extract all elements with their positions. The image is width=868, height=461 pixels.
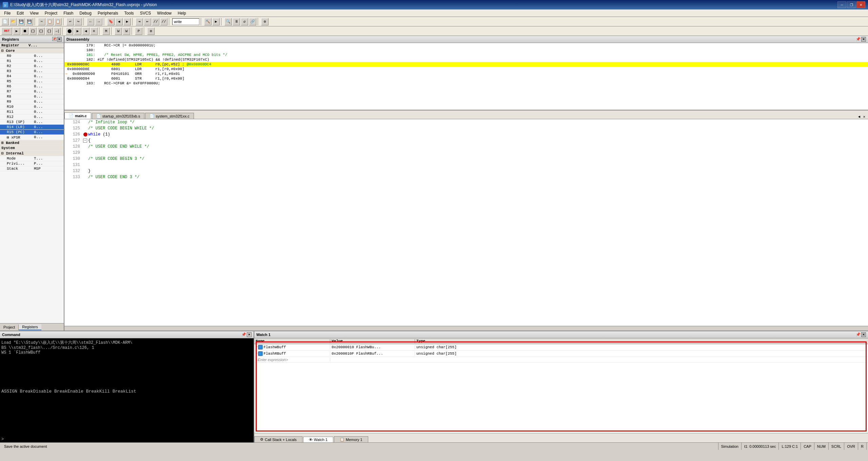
flashwbuff-icon: 🔷 xyxy=(258,345,263,350)
expand-127[interactable]: − xyxy=(83,139,87,143)
flashrbuff-expand-icon[interactable]: + xyxy=(256,352,257,355)
registers-close-button[interactable]: ✕ xyxy=(57,37,62,42)
cut-button[interactable]: ✂ xyxy=(38,18,45,25)
step-out-button[interactable]: {} xyxy=(45,27,53,35)
undo-button[interactable]: ↩ xyxy=(66,18,74,25)
periph-btn[interactable]: P xyxy=(135,27,142,35)
write-input[interactable]: write xyxy=(172,18,199,25)
reg-group-system[interactable]: System xyxy=(0,146,64,151)
step-over-button[interactable]: {} xyxy=(37,27,45,35)
command-header: Command 📌 ✕ xyxy=(0,331,254,338)
separator1 xyxy=(35,18,37,25)
status-read: R xyxy=(858,443,867,450)
build-target-button[interactable]: 🔨 xyxy=(204,18,212,25)
registers-panel-header: Registers 📌 ✕ xyxy=(0,36,64,43)
tab-main-c[interactable]: 📄 main.c xyxy=(64,112,91,119)
watch-btn[interactable]: W xyxy=(115,27,122,35)
tab-memory-1[interactable]: 📋 Memory 1 xyxy=(334,436,368,442)
redo-button[interactable]: ↪ xyxy=(75,18,82,25)
indent-button[interactable]: ⇥ xyxy=(136,18,143,25)
uncomment-button[interactable]: // xyxy=(160,18,167,25)
disassembly-pin-button[interactable]: 📌 xyxy=(856,37,861,42)
show-prev-button[interactable]: ◀ xyxy=(82,27,90,35)
reset-button[interactable]: ↺ xyxy=(241,18,248,25)
menu-window[interactable]: Window xyxy=(154,10,174,16)
command-input[interactable] xyxy=(5,437,252,442)
nav-fwd-button[interactable]: → xyxy=(95,18,102,25)
watch2-btn[interactable]: W xyxy=(123,27,130,35)
copy-button[interactable]: 📋 xyxy=(46,18,54,25)
menu-peripherals[interactable]: Peripherals xyxy=(95,10,121,16)
debug-button[interactable]: 🔍 xyxy=(224,18,232,25)
save-button[interactable]: 💾 xyxy=(18,18,25,25)
watch-row-enter-expr[interactable]: <Enter expression> xyxy=(254,357,868,363)
registers-pin-button[interactable]: 📌 xyxy=(52,37,56,41)
menu-file[interactable]: File xyxy=(1,10,13,16)
watch-pin-button[interactable]: 📌 xyxy=(856,332,861,337)
separator2 xyxy=(63,18,65,25)
disasm-source-182: 182: #if !defined(STM32F105xC) && !defin… xyxy=(64,57,868,62)
watch-header: Watch 1 📌 ✕ xyxy=(254,331,868,338)
menu-edit[interactable]: Edit xyxy=(14,10,26,16)
project-tab[interactable]: Project xyxy=(0,324,19,330)
disasm-btn[interactable]: ≡ xyxy=(90,27,98,35)
settings-button[interactable]: ⚙ xyxy=(261,18,269,25)
tab-system[interactable]: 📄 system_stm32f1xx.c xyxy=(145,113,194,119)
window-controls[interactable]: ─ ❐ ✕ xyxy=(837,1,865,8)
breakpoints-button[interactable]: ⬤ xyxy=(66,27,73,35)
restore-button[interactable]: ❐ xyxy=(847,1,856,8)
tab-call-stack-locals[interactable]: ⚙ Call Stack + Locals xyxy=(254,436,302,442)
reg-group-banked[interactable]: ⊞ Banked xyxy=(0,140,64,146)
bookmark-button[interactable]: 🔖 xyxy=(107,18,115,25)
reg-group-internal[interactable]: ⊟ Internal xyxy=(0,151,64,156)
code-hscrollbar[interactable] xyxy=(64,326,868,331)
watch-close-button[interactable]: ✕ xyxy=(861,332,866,337)
menu-help[interactable]: Help xyxy=(175,10,189,16)
reg-row-r2: R20... xyxy=(0,64,64,69)
build-button[interactable]: ▶ xyxy=(212,18,220,25)
menu-view[interactable]: View xyxy=(27,10,41,16)
reg-group-core[interactable]: ⊟ Core xyxy=(0,48,64,54)
tb2-run-button[interactable]: ▶ xyxy=(13,27,20,35)
bookmark-next-button[interactable]: ▶ xyxy=(123,18,131,25)
paste-button[interactable]: 📋 xyxy=(54,18,62,25)
watch-title: Watch 1 xyxy=(256,333,271,337)
nav-back-button[interactable]: ← xyxy=(87,18,94,25)
tab-close-button[interactable]: ✕ xyxy=(862,114,867,119)
unindent-button[interactable]: ⇤ xyxy=(144,18,151,25)
stop-button[interactable]: ⏸ xyxy=(233,18,240,25)
tab-watch-1[interactable]: 👁 Watch 1 xyxy=(303,437,333,442)
comment-button[interactable]: // xyxy=(152,18,159,25)
disassembly-close-button[interactable]: ✕ xyxy=(861,37,866,42)
command-input-line[interactable]: > xyxy=(0,436,254,442)
close-button[interactable]: ✕ xyxy=(856,1,865,8)
registers-tab[interactable]: Registers xyxy=(19,324,41,330)
mem-view-btn[interactable]: M xyxy=(102,27,110,35)
connect-button[interactable]: 🔗 xyxy=(249,18,256,25)
breakpoint-126[interactable] xyxy=(83,132,87,137)
menu-svcs[interactable]: SVCS xyxy=(137,10,154,16)
line-num-131: 131 xyxy=(66,163,83,167)
status-time: t1: 0.00000113 sec xyxy=(742,443,779,450)
minimize-button[interactable]: ─ xyxy=(837,1,846,8)
config-btn[interactable]: ⚙ xyxy=(147,27,155,35)
flashwbuff-expand-icon[interactable]: + xyxy=(256,345,257,349)
command-close-button[interactable]: ✕ xyxy=(247,332,252,337)
tb2-stop-button[interactable]: ⏹ xyxy=(21,27,28,35)
show-next-button[interactable]: ▶ xyxy=(74,27,81,35)
menu-debug[interactable]: Debug xyxy=(77,10,94,16)
watch-tabs-bar: ⚙ Call Stack + Locals 👁 Watch 1 📋 Memory… xyxy=(254,433,868,442)
tab-startup[interactable]: 📄 startup_stm32f103xb.s xyxy=(92,113,144,119)
new-button[interactable]: 📄 xyxy=(1,18,9,25)
save-all-button[interactable]: 💾 xyxy=(26,18,33,25)
bookmark-prev-button[interactable]: ◀ xyxy=(115,18,123,25)
command-pin-button[interactable]: 📌 xyxy=(241,332,246,337)
step-in-button[interactable]: {} xyxy=(29,27,37,35)
menu-project[interactable]: Project xyxy=(42,10,60,16)
tab-scroll-left[interactable]: ◄ xyxy=(857,115,862,119)
menu-flash[interactable]: Flash xyxy=(61,10,76,16)
rst-button[interactable]: RST xyxy=(1,27,12,35)
open-button[interactable]: 📂 xyxy=(9,18,17,25)
run-to-cursor-button[interactable]: →| xyxy=(54,27,61,35)
menu-tools[interactable]: Tools xyxy=(122,10,137,16)
